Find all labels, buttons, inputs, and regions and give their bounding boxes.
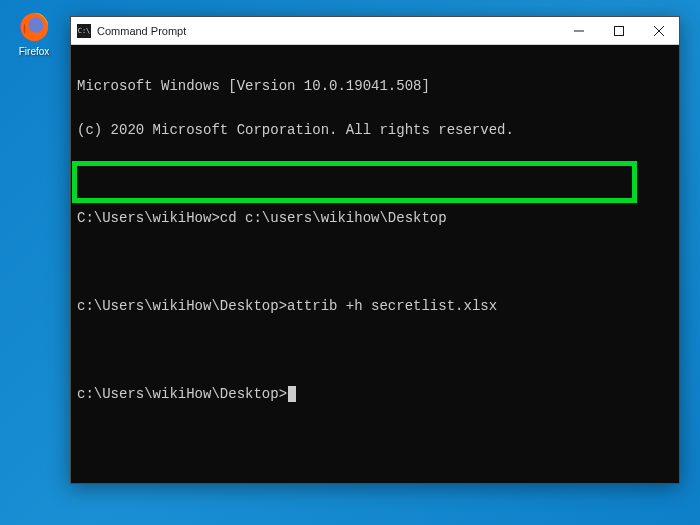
terminal-line-blank [77, 163, 673, 185]
terminal-line-version: Microsoft Windows [Version 10.0.19041.50… [77, 75, 673, 97]
terminal-line-blank [77, 251, 673, 273]
desktop-shortcut-label: Firefox [12, 46, 56, 57]
window-controls [559, 17, 679, 44]
prompt-path: c:\Users\wikiHow\Desktop> [77, 298, 287, 314]
terminal-line-cmd2: c:\Users\wikiHow\Desktop>attrib +h secre… [77, 295, 673, 317]
close-button[interactable] [639, 17, 679, 44]
prompt-command: attrib +h secretlist.xlsx [287, 298, 497, 314]
window-titlebar[interactable]: C:\ Command Prompt [71, 17, 679, 45]
prompt-command: cd c:\users\wikihow\Desktop [220, 210, 447, 226]
cursor [288, 386, 296, 402]
terminal-line-blank [77, 339, 673, 361]
maximize-button[interactable] [599, 17, 639, 44]
prompt-path: c:\Users\wikiHow\Desktop> [77, 386, 287, 402]
terminal-line-cmd3: c:\Users\wikiHow\Desktop> [77, 383, 673, 405]
svg-rect-3 [615, 26, 624, 35]
titlebar-left: C:\ Command Prompt [71, 24, 186, 38]
svg-point-1 [28, 18, 43, 33]
minimize-button[interactable] [559, 17, 599, 44]
firefox-icon [17, 10, 51, 44]
terminal-body[interactable]: Microsoft Windows [Version 10.0.19041.50… [71, 45, 679, 483]
prompt-path: C:\Users\wikiHow> [77, 210, 220, 226]
cmd-icon: C:\ [77, 24, 91, 38]
desktop-shortcut-firefox[interactable]: Firefox [12, 10, 56, 57]
terminal-line-copyright: (c) 2020 Microsoft Corporation. All righ… [77, 119, 673, 141]
terminal-line-cmd1: C:\Users\wikiHow>cd c:\users\wikihow\Des… [77, 207, 673, 229]
command-prompt-window: C:\ Command Prompt Microsoft Windows [Ve… [70, 16, 680, 484]
window-title: Command Prompt [97, 25, 186, 37]
